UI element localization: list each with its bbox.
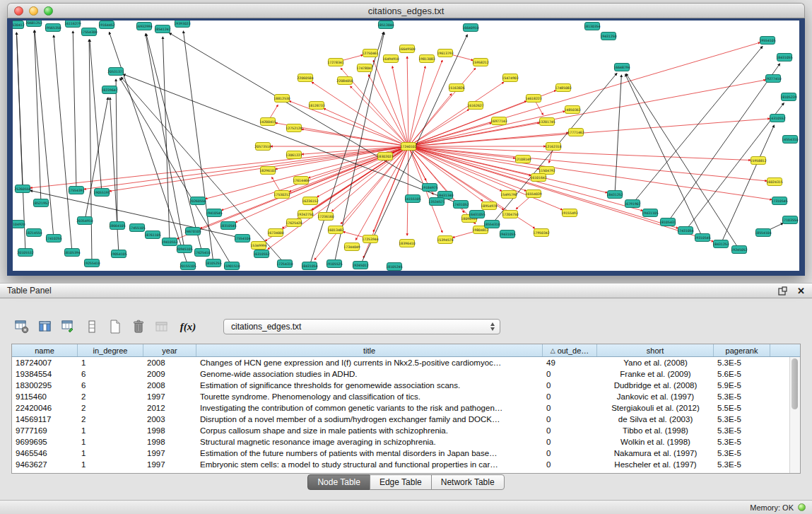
graph-node[interactable]: 19164452 bbox=[98, 21, 114, 29]
graph-node[interactable]: 15474903 bbox=[502, 74, 518, 82]
graph-node[interactable]: 16932994 bbox=[136, 23, 152, 30]
graph-node[interactable]: 19410545 bbox=[206, 209, 222, 217]
graph-node[interactable]: 16310552 bbox=[253, 250, 269, 258]
graph-node[interactable]: 20531371 bbox=[107, 68, 124, 76]
table-row[interactable]: 977716911998Corpus callosum shape and si… bbox=[12, 425, 789, 436]
graph-node[interactable]: 17344049 bbox=[343, 243, 360, 251]
graph-node[interactable]: 12162318 bbox=[545, 143, 561, 151]
graph-node[interactable]: 17625428 bbox=[286, 219, 302, 227]
graph-node[interactable]: 18105255 bbox=[205, 259, 221, 267]
graph-node[interactable]: 14850363 bbox=[564, 106, 580, 114]
graph-node[interactable]: 19184975 bbox=[421, 184, 437, 192]
graph-node[interactable]: 18554310 bbox=[483, 221, 500, 228]
graph-node[interactable]: 25260550 bbox=[14, 185, 30, 193]
graph-node[interactable]: 17240102 bbox=[400, 143, 416, 151]
scrollbar-thumb[interactable] bbox=[792, 358, 798, 409]
graph-node[interactable]: 18554104 bbox=[755, 229, 771, 237]
graph-node[interactable]: 19431105 bbox=[642, 209, 658, 217]
graph-node[interactable]: 16013482 bbox=[327, 226, 343, 234]
tab-network-table[interactable]: Network Table bbox=[431, 474, 505, 490]
graph-node[interactable]: 12752120 bbox=[286, 124, 302, 132]
graph-node[interactable]: 20681253 bbox=[25, 21, 42, 27]
graph-node[interactable]: 15394578 bbox=[437, 236, 453, 244]
graph-node[interactable]: 19255410 bbox=[83, 259, 100, 267]
graph-node[interactable]: 24670105 bbox=[184, 228, 201, 235]
graph-node[interactable]: 16116279 bbox=[64, 21, 81, 28]
graph-node[interactable]: 18105394 bbox=[64, 249, 80, 257]
graph-node[interactable]: 16554039 bbox=[525, 190, 541, 198]
rows-icon[interactable] bbox=[83, 317, 101, 336]
graph-node[interactable]: 17278341 bbox=[327, 59, 343, 66]
graph-node[interactable]: 19565358 bbox=[45, 24, 61, 32]
graph-node[interactable]: 20260550 bbox=[189, 197, 206, 205]
graph-node[interactable]: 13201745 bbox=[539, 118, 555, 126]
graph-node[interactable]: 22084058 bbox=[336, 77, 353, 85]
graph-node[interactable]: 19813083 bbox=[418, 55, 435, 63]
graph-node[interactable]: 18541247 bbox=[154, 25, 170, 33]
graph-node[interactable]: 18431252 bbox=[606, 191, 623, 199]
graph-node[interactable]: 16162627 bbox=[467, 102, 483, 110]
graph-node[interactable]: 17236160 bbox=[317, 213, 334, 221]
graph-node[interactable]: 15958812 bbox=[750, 157, 766, 165]
graph-node[interactable]: 17625410 bbox=[194, 249, 210, 257]
graph-node[interactable]: 17431054 bbox=[677, 227, 693, 235]
graph-node[interactable]: 14310552 bbox=[769, 115, 785, 122]
graph-node[interactable]: 19554105 bbox=[759, 37, 775, 45]
graph-node[interactable]: 18105239 bbox=[780, 93, 796, 101]
graph-node[interactable]: 15495790 bbox=[500, 191, 517, 199]
table-mode-icon[interactable] bbox=[59, 317, 78, 336]
table-row[interactable]: 911546021997Tourette syndrome. Phenomeno… bbox=[12, 391, 789, 402]
delete-column-icon[interactable] bbox=[129, 317, 148, 336]
graph-node[interactable]: 18761105 bbox=[144, 231, 160, 239]
column-header-year[interactable]: year bbox=[143, 344, 196, 356]
graph-node[interactable]: 17554300 bbox=[81, 28, 97, 36]
graph-node[interactable]: 18513044 bbox=[377, 21, 394, 29]
graph-node[interactable]: 20945105 bbox=[176, 245, 192, 253]
graph-node[interactable]: 15349994 bbox=[250, 242, 266, 250]
graph-node[interactable]: 19245012 bbox=[352, 262, 368, 269]
column-header-pagerank[interactable]: pagerank bbox=[714, 344, 770, 356]
graph-node[interactable]: 17103554 bbox=[782, 216, 798, 224]
graph-node[interactable]: 16648794 bbox=[613, 64, 630, 71]
graph-node[interactable]: 18431253 bbox=[712, 240, 729, 248]
graph-node[interactable]: 17530212 bbox=[273, 191, 290, 199]
network-graph[interactable]: 1724010212162318115047921655403917204750… bbox=[13, 21, 799, 271]
graph-node[interactable]: 14554310 bbox=[782, 136, 798, 144]
graph-node[interactable]: 19054105 bbox=[110, 250, 126, 258]
graph-node[interactable]: 18664105 bbox=[109, 222, 125, 230]
graph-node[interactable]: 13061221 bbox=[286, 151, 302, 159]
graph-node[interactable]: 16494910 bbox=[382, 55, 399, 63]
column-header-in_degree[interactable]: in_degree bbox=[78, 344, 143, 356]
graph-node[interactable]: 12750461 bbox=[362, 49, 378, 57]
graph-node[interactable]: 19310545 bbox=[694, 234, 710, 242]
new-column-icon[interactable] bbox=[106, 317, 124, 336]
graph-node[interactable]: 16024315 bbox=[766, 178, 782, 186]
graph-node[interactable]: 18130354 bbox=[584, 23, 600, 30]
column-header-short[interactable]: short bbox=[597, 344, 714, 356]
graph-node[interactable]: 17485083 bbox=[555, 84, 571, 92]
graph-node[interactable]: 16977143 bbox=[490, 117, 507, 125]
graph-node[interactable]: 18812530 bbox=[273, 95, 290, 103]
table-row[interactable]: 1872400712008Changes of HCN gene express… bbox=[12, 357, 789, 368]
graph-node[interactable]: 18296103 bbox=[259, 167, 276, 175]
graph-node[interactable]: 18128733 bbox=[308, 102, 324, 110]
graph-node[interactable]: 17478041 bbox=[356, 64, 372, 72]
minimize-window-button[interactable] bbox=[29, 6, 38, 16]
graph-node[interactable]: 17554391 bbox=[68, 187, 84, 194]
graph-node[interactable]: 19155493 bbox=[561, 209, 577, 217]
graph-node[interactable]: 16101642 bbox=[530, 174, 546, 182]
graph-node[interactable]: 15901510 bbox=[223, 262, 240, 270]
graph-node[interactable]: 18431055 bbox=[776, 54, 792, 62]
graph-node[interactable]: 19245052 bbox=[731, 246, 747, 254]
close-panel-icon[interactable]: ✕ bbox=[797, 286, 805, 296]
float-panel-icon[interactable] bbox=[778, 286, 787, 296]
graph-node[interactable]: 15958212 bbox=[472, 59, 488, 66]
graph-node[interactable]: 22060584 bbox=[297, 74, 313, 82]
graph-node[interactable]: 18954978 bbox=[481, 202, 497, 210]
graph-node[interactable]: 19410553 bbox=[161, 238, 177, 246]
graph-node[interactable]: 20354910 bbox=[76, 217, 93, 225]
graph-node[interactable]: 14618223 bbox=[525, 95, 541, 103]
graph-node[interactable]: 11504792 bbox=[539, 167, 555, 175]
graph-node[interactable]: 20105532 bbox=[17, 249, 33, 257]
graph-node[interactable]: 17431052 bbox=[452, 201, 469, 209]
